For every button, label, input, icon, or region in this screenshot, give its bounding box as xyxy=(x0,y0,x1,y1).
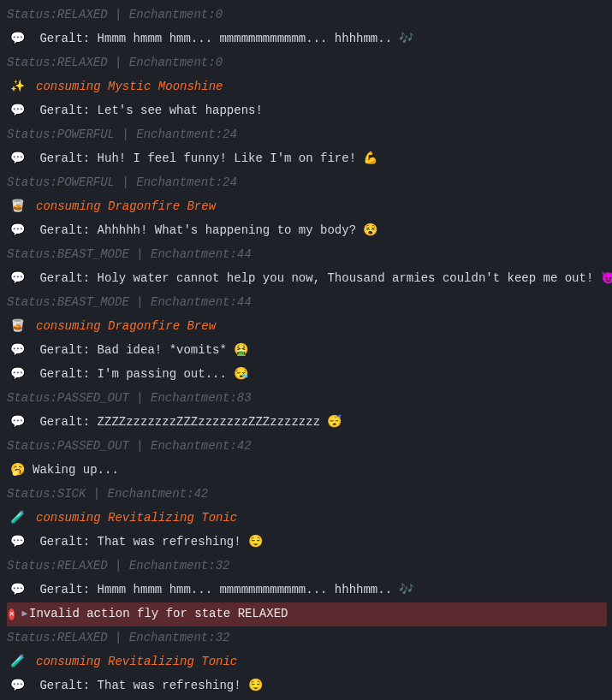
status-text: Status:BEAST_MODE | Enchantment:44 xyxy=(7,294,252,311)
speech-icon: 💬 xyxy=(7,270,27,288)
speech-icon: 💬 xyxy=(7,31,27,48)
trailing-emoji-icon: 🤮 xyxy=(234,343,248,357)
status-line: Status:PASSED_OUT | Enchantment:83 xyxy=(7,387,612,411)
speech-icon: 💬 xyxy=(7,222,27,240)
status-line: Status:RELAXED | Enchantment:0 xyxy=(7,51,612,75)
status-text: Status:BEAST_MODE | Enchantment:44 xyxy=(7,246,252,264)
status-text: Status:SICK | Enchantment:42 xyxy=(7,486,208,503)
speech-icon: 💬 xyxy=(7,342,27,359)
consume-text: consuming Dragonfire Brew xyxy=(36,199,216,213)
status-line: Status:POWERFUL | Enchantment:24 xyxy=(7,123,612,147)
speech-icon: 💬 xyxy=(7,366,27,383)
speech-icon: 💬 xyxy=(7,678,27,695)
trailing-emoji-icon: 😈 xyxy=(601,271,612,285)
status-line: Status:RELAXED | Enchantment:32 xyxy=(7,626,612,650)
speech-text: Geralt: Ahhhhh! What's happening to my b… xyxy=(33,223,363,237)
potion-icon: 🥃 xyxy=(7,199,27,216)
trailing-emoji-icon: 😌 xyxy=(248,679,263,692)
status-text: Status:PASSED_OUT | Enchantment:83 xyxy=(7,390,252,407)
trailing-emoji-icon: 😪 xyxy=(234,367,248,381)
trailing-emoji-icon: 😵 xyxy=(363,223,377,237)
speech-icon: 💬 xyxy=(7,582,27,599)
speech-icon: 💬 xyxy=(7,534,27,551)
speech-text: Geralt: Bad idea! *vomits* xyxy=(33,343,234,357)
trailing-emoji-icon: 💪 xyxy=(363,151,377,165)
status-line: Status:SICK | Enchantment:42 xyxy=(7,483,612,507)
status-line: Status:BEAST_MODE | Enchantment:44 xyxy=(7,243,612,267)
speech-line: 💬 Geralt: Ahhhhh! What's happening to my… xyxy=(7,219,612,243)
consume-line: 🧪consuming Revitalizing Tonic xyxy=(7,507,612,531)
speech-text: Geralt: Hmmm hmmm hmm... mmmmmmmmmmmm...… xyxy=(33,32,399,45)
potion-icon: 🧪 xyxy=(7,654,27,671)
status-text: Status:RELAXED | Enchantment:32 xyxy=(7,630,229,647)
speech-line: 💬 Geralt: Hmmm hmmm hmm... mmmmmmmmmmmm.… xyxy=(7,578,612,602)
error-icon: ✕ xyxy=(9,608,15,620)
status-text: Status:POWERFUL | Enchantment:24 xyxy=(7,175,237,192)
speech-text: Geralt: Hmmm hmmm hmm... mmmmmmmmmmmm...… xyxy=(33,583,399,596)
status-line: Status:RELAXED | Enchantment:0 xyxy=(7,3,612,27)
expand-arrow-icon[interactable]: ▶ xyxy=(21,608,27,620)
speech-text: Geralt: Holy water cannot help you now, … xyxy=(33,271,601,285)
consume-text: consuming Revitalizing Tonic xyxy=(36,655,237,668)
status-text: Status:RELAXED | Enchantment:0 xyxy=(7,55,223,72)
speech-line: 💬 Geralt: ZZZZzzzzzzzZZZzzzzzzzZZZzzzzzz… xyxy=(7,411,612,435)
wake-line: 🥱Waking up... xyxy=(7,459,612,483)
speech-line: 💬 Geralt: Huh! I feel funny! Like I'm on… xyxy=(7,147,612,171)
wake-text: Waking up... xyxy=(33,463,119,477)
trailing-emoji-icon: 😌 xyxy=(248,535,263,549)
status-text: Status:RELAXED | Enchantment:0 xyxy=(7,7,223,24)
status-line: Status:RELAXED | Enchantment:32 xyxy=(7,555,612,578)
consume-text: consuming Mystic Moonshine xyxy=(36,80,223,93)
status-text: Status:POWERFUL | Enchantment:24 xyxy=(7,127,237,144)
speech-icon: 💬 xyxy=(7,414,27,431)
speech-line: 💬 Geralt: Let's see what happens! xyxy=(7,99,612,123)
speech-text: Geralt: Let's see what happens! xyxy=(33,104,263,117)
potion-icon: 🥃 xyxy=(7,318,27,335)
trailing-emoji-icon: 🎶 xyxy=(399,583,413,596)
trailing-emoji-icon: 😴 xyxy=(327,415,342,429)
status-text: Status:PASSED_OUT | Enchantment:42 xyxy=(7,438,252,455)
speech-icon: 💬 xyxy=(7,103,27,120)
speech-line: 💬 Geralt: That was refreshing! 😌 xyxy=(7,674,612,698)
consume-line: 🥃consuming Dragonfire Brew xyxy=(7,195,612,219)
speech-line: 💬 Geralt: I'm passing out... 😪 xyxy=(7,363,612,387)
console-log: Status:RELAXED | Enchantment:0💬 Geralt: … xyxy=(0,0,612,700)
consume-line: ✨consuming Mystic Moonshine xyxy=(7,75,612,99)
status-line: Status:BEAST_MODE | Enchantment:44 xyxy=(7,291,612,315)
speech-text: Geralt: ZZZZzzzzzzzZZZzzzzzzzZZZzzzzzzz xyxy=(33,415,327,429)
consume-text: consuming Dragonfire Brew xyxy=(36,319,216,333)
status-line: Status:PASSED_OUT | Enchantment:42 xyxy=(7,435,612,459)
speech-text: Geralt: That was refreshing! xyxy=(33,535,248,549)
speech-line: 💬 Geralt: Bad idea! *vomits* 🤮 xyxy=(7,339,612,363)
speech-text: Geralt: Huh! I feel funny! Like I'm on f… xyxy=(33,151,363,165)
potion-icon: ✨ xyxy=(7,79,27,96)
consume-line: 🥃consuming Dragonfire Brew xyxy=(7,315,612,339)
consume-line: 🧪consuming Revitalizing Tonic xyxy=(7,650,612,674)
error-text: Invalid action fly for state RELAXED xyxy=(27,606,288,623)
speech-icon: 💬 xyxy=(7,151,27,168)
trailing-emoji-icon: 🎶 xyxy=(399,32,413,45)
speech-text: Geralt: That was refreshing! xyxy=(33,679,248,692)
speech-text: Geralt: I'm passing out... xyxy=(33,367,234,381)
speech-line: 💬 Geralt: That was refreshing! 😌 xyxy=(7,531,612,555)
status-line: Status:POWERFUL | Enchantment:24 xyxy=(7,171,612,195)
wake-icon: 🥱 xyxy=(7,462,27,479)
potion-icon: 🧪 xyxy=(7,510,27,527)
status-text: Status:RELAXED | Enchantment:32 xyxy=(7,558,229,575)
speech-line: 💬 Geralt: Holy water cannot help you now… xyxy=(7,267,612,291)
consume-text: consuming Revitalizing Tonic xyxy=(36,511,237,525)
error-line[interactable]: ✕▶Invalid action fly for state RELAXED xyxy=(7,602,607,626)
speech-line: 💬 Geralt: Hmmm hmmm hmm... mmmmmmmmmmmm.… xyxy=(7,27,612,51)
